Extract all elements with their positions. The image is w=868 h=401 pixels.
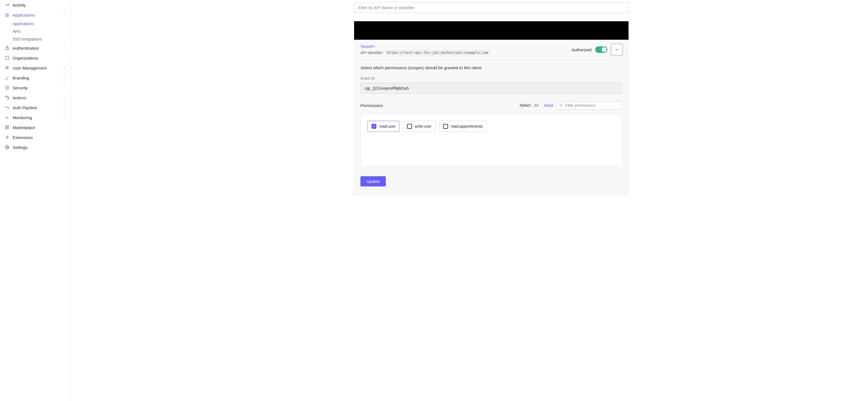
api-filter-input[interactable] <box>358 5 624 10</box>
toggle-knob <box>601 47 607 52</box>
svg-line-21 <box>562 106 563 107</box>
checkbox-unchecked-icon <box>443 124 448 129</box>
flow-icon <box>4 95 10 101</box>
permission-label: read:appointments <box>451 124 483 128</box>
search-icon <box>559 104 563 107</box>
chevron-right-icon <box>63 86 66 89</box>
puzzle-icon <box>4 135 10 140</box>
sidebar-item-auth-pipeline[interactable]: Auth Pipeline <box>0 103 70 113</box>
sidebar-item-marketplace[interactable]: Marketplace <box>0 122 70 133</box>
permission-filter-wrap[interactable] <box>556 101 622 110</box>
divider <box>541 103 541 108</box>
sidebar-item-label: Branding <box>13 76 63 80</box>
pipeline-icon <box>4 105 10 110</box>
chevron-right-icon <box>63 116 66 119</box>
chevron-right-icon <box>63 96 66 99</box>
svg-rect-9 <box>8 98 9 99</box>
permissions-list: read:user write:user read:appointments <box>361 114 622 166</box>
chevron-up-icon <box>615 48 619 52</box>
sidebar-item-user-management[interactable]: User Management <box>0 63 70 73</box>
sidebar-item-extensions[interactable]: Extensions <box>0 133 70 142</box>
permission-label: read:user <box>379 124 396 128</box>
sidebar-item-label: Settings <box>13 145 66 150</box>
authorized-toggle[interactable] <box>595 46 607 53</box>
sidebar-item-activity[interactable]: Activity <box>0 0 70 10</box>
sidebar-item-label: Auth Pipeline <box>13 105 63 110</box>
bar-chart-icon <box>4 115 10 120</box>
permissions-title: Permissions <box>361 103 520 108</box>
sidebar-item-label: Monitoring <box>13 115 63 120</box>
chevron-right-icon <box>63 76 66 80</box>
authorized-label: Authorized <box>571 48 591 52</box>
users-icon <box>4 65 10 70</box>
svg-point-20 <box>560 104 562 106</box>
sidebar-subitem-apis[interactable]: APIs <box>0 28 70 35</box>
chevron-right-icon <box>63 66 66 69</box>
api-card: TestAPI API Identifier: https://test-api… <box>354 40 628 195</box>
sidebar-item-label: Applications <box>13 13 63 18</box>
sidebar-subitem-applications[interactable]: Applications <box>0 20 70 28</box>
sidebar-item-branding[interactable]: Branding <box>0 73 70 83</box>
applications-icon <box>4 12 10 18</box>
select-all-link[interactable]: All <box>534 103 538 108</box>
chevron-right-icon <box>63 106 66 109</box>
sidebar-item-authentication[interactable]: Authentication <box>0 43 70 53</box>
update-button[interactable]: Update <box>361 176 386 187</box>
sidebar-item-label: User Management <box>13 66 63 70</box>
svg-rect-14 <box>7 126 9 127</box>
api-card-header: TestAPI API Identifier: https://test-api… <box>354 40 628 60</box>
api-name-link[interactable]: TestAPI <box>361 44 571 49</box>
svg-rect-13 <box>5 126 7 127</box>
svg-rect-8 <box>5 96 7 97</box>
sidebar: Activity Applications Applications APIs … <box>0 0 70 401</box>
permission-label: write:user <box>415 124 432 128</box>
select-none-link[interactable]: None <box>544 103 553 108</box>
building-icon <box>4 55 10 61</box>
select-label: Select: <box>520 103 531 108</box>
sidebar-item-label: Authentication <box>13 46 63 51</box>
sidebar-item-actions[interactable]: Actions <box>0 93 70 103</box>
sidebar-item-label: Security <box>13 86 63 90</box>
grid-plus-icon <box>4 125 10 130</box>
lock-icon <box>4 45 10 51</box>
permission-chip[interactable]: read:user <box>367 121 400 132</box>
scopes-description: Select which permissions (scopes) should… <box>361 65 622 70</box>
svg-point-7 <box>7 67 8 68</box>
sidebar-item-label: Actions <box>13 95 63 100</box>
sidebar-item-label: Extensions <box>13 135 66 140</box>
redacted-header <box>354 21 628 40</box>
sidebar-item-security[interactable]: Security <box>0 83 70 93</box>
svg-point-19 <box>7 147 8 148</box>
main-content: TestAPI API Identifier: https://test-api… <box>70 0 868 401</box>
sidebar-subitem-sso[interactable]: SSO Integrations <box>0 35 70 43</box>
sidebar-item-settings[interactable]: Settings <box>0 142 70 152</box>
sidebar-item-organizations[interactable]: Organizations <box>0 53 70 63</box>
sidebar-item-label: Organizations <box>13 56 66 60</box>
checkbox-unchecked-icon <box>407 124 412 129</box>
activity-icon <box>4 2 10 8</box>
svg-rect-1 <box>6 56 9 60</box>
api-card-body: Select which permissions (scopes) should… <box>354 60 628 195</box>
svg-point-6 <box>6 66 7 68</box>
sidebar-item-label: Marketplace <box>13 125 66 130</box>
permission-chip[interactable]: write:user <box>403 121 436 132</box>
brush-icon <box>4 75 10 81</box>
permission-chip[interactable]: read:appointments <box>439 121 487 132</box>
svg-rect-0 <box>6 48 8 50</box>
chevron-right-icon <box>63 46 66 50</box>
api-identifier-value: https://test-api-for-jwt-authorizer.exam… <box>385 50 490 55</box>
grant-id-label: Grant ID <box>361 76 622 81</box>
api-filter-wrap[interactable] <box>354 2 628 13</box>
collapse-button[interactable] <box>611 44 622 55</box>
sidebar-item-monitoring[interactable]: Monitoring <box>0 113 70 122</box>
sidebar-item-applications[interactable]: Applications <box>0 10 70 20</box>
shield-icon <box>4 85 10 90</box>
svg-rect-15 <box>5 128 7 129</box>
sidebar-item-label: Activity <box>13 3 66 7</box>
grant-id-input[interactable] <box>361 83 622 93</box>
checkbox-checked-icon <box>371 124 376 129</box>
permission-filter-input[interactable] <box>565 103 619 108</box>
svg-point-18 <box>7 137 8 138</box>
api-identifier-label: API Identifier: <box>361 51 383 55</box>
chevron-down-icon <box>63 13 66 17</box>
